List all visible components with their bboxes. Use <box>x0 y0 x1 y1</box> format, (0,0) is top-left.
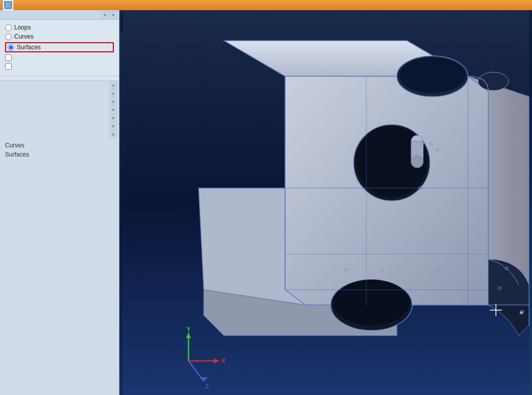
panel-item-curves: Curves <box>5 142 114 149</box>
checkbox-row-2 <box>5 63 114 70</box>
radio-loops-label: Loops <box>14 24 31 31</box>
x-btn-row-6: × <box>2 123 117 130</box>
x-btn-row-4: × <box>2 106 117 113</box>
close-btn-5[interactable]: × <box>110 98 117 105</box>
model-container: X Y Z <box>119 10 532 395</box>
close-button-2[interactable]: × <box>110 11 117 18</box>
radio-loops-item[interactable]: Loops <box>5 24 114 31</box>
svg-point-14 <box>478 72 509 90</box>
radio-section: Loops Curves Surfaces <box>0 20 119 76</box>
close-btn-6[interactable]: × <box>110 106 117 113</box>
panel-toolbar: × × <box>0 10 119 20</box>
svg-point-30 <box>520 312 522 314</box>
checkbox-1[interactable] <box>5 54 12 61</box>
checkbox-row-1 <box>5 54 114 61</box>
x-btn-row-3: × <box>2 98 117 105</box>
close-btn-3[interactable]: × <box>110 82 117 89</box>
toolbar-button-1[interactable] <box>3 0 14 11</box>
viewport[interactable]: Demonstration License - For Demonstratio… <box>119 10 532 395</box>
close-button-1[interactable]: × <box>102 11 109 18</box>
radio-surfaces-label: Surfaces <box>17 44 41 51</box>
second-panel-items: Curves Surfaces <box>0 139 119 163</box>
left-panel: × × Loops Curves Surfaces <box>0 10 119 395</box>
close-btn-7[interactable]: × <box>110 114 117 121</box>
checkbox-2[interactable] <box>5 63 12 70</box>
close-btn-4[interactable]: × <box>110 90 117 97</box>
close-btn-9[interactable]: × <box>110 131 117 138</box>
top-bar <box>0 0 532 10</box>
svg-text:Y: Y <box>186 326 191 333</box>
svg-text:Z: Z <box>205 383 209 390</box>
radio-curves[interactable] <box>5 34 12 40</box>
main-layout: × × Loops Curves Surfaces <box>0 10 532 395</box>
radio-curves-item[interactable]: Curves <box>5 33 114 40</box>
x-btn-row-2: × <box>2 90 117 97</box>
radio-surfaces[interactable] <box>8 44 14 51</box>
radio-curves-label: Curves <box>14 33 34 40</box>
svg-point-17 <box>411 156 423 168</box>
radio-loops[interactable] <box>5 24 12 31</box>
surfaces-row[interactable]: Surfaces <box>5 42 114 52</box>
model-svg: X Y Z <box>119 10 532 395</box>
x-btn-row-5: × <box>2 114 117 121</box>
svg-point-19 <box>333 280 410 325</box>
x-btn-row-7: × <box>2 131 117 138</box>
svg-point-11 <box>399 57 465 93</box>
close-btn-8[interactable]: × <box>110 123 117 130</box>
panel-item-surfaces: Surfaces <box>5 151 114 158</box>
second-panel-toolbar: × × × × × × × <box>0 81 119 139</box>
svg-text:X: X <box>222 357 226 364</box>
x-btn-row-1: × <box>2 82 117 89</box>
second-panel: × × × × × × × <box>0 80 119 395</box>
